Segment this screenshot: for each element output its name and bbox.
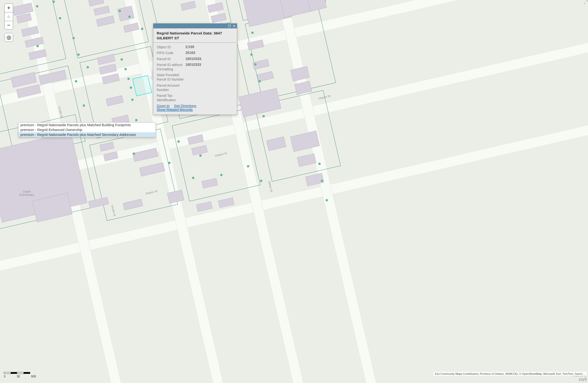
address-point: [83, 104, 85, 107]
popup-val: [185, 73, 233, 81]
address-point: [177, 140, 180, 143]
address-point: [133, 153, 135, 155]
address-point: [251, 32, 254, 34]
address-point: [326, 199, 328, 201]
popup-key: Parcel ID without Formatting: [157, 63, 185, 71]
street-label: Gilbert St: [268, 181, 273, 192]
address-point: [220, 174, 223, 176]
popup-links: Zoom to Get Directions Show Related Reco…: [157, 103, 233, 112]
layer-item[interactable]: premium - Regrid Nationwide Parcels plus…: [19, 132, 155, 137]
school-label: Logan Elementary: [20, 190, 34, 197]
locate-button[interactable]: ◎: [4, 33, 13, 42]
address-point: [141, 28, 143, 30]
address-point: [52, 0, 55, 3]
popup-val: 18010333.: [185, 57, 233, 61]
address-point: [260, 180, 262, 182]
address-point: [72, 37, 75, 39]
address-point: [262, 115, 265, 117]
get-directions-link[interactable]: Get Directions: [174, 104, 196, 108]
address-point: [59, 17, 61, 19]
popup-row: FIPS Code 26163: [157, 50, 233, 56]
address-point: [258, 80, 261, 82]
address-point: [168, 162, 170, 164]
address-point: [127, 78, 130, 80]
popup-body: Object ID 3,539 FIPS Code 26163 Parcel I…: [153, 44, 237, 115]
popup-header[interactable]: ❐ ✕: [153, 23, 237, 28]
popup-key: FIPS Code: [157, 51, 185, 55]
popup-title: Regrid Nationwide Parcel Data: 3847 GILB…: [153, 28, 237, 43]
popup-row: Parcel ID without Formatting 18010333: [157, 62, 233, 72]
popup-row: Object ID 3,539: [157, 44, 233, 50]
address-point: [318, 163, 321, 165]
scale-tick: 30: [17, 375, 20, 378]
popup-row: Parcel Account Number: [157, 82, 233, 93]
popup-pointer: [150, 75, 153, 80]
address-point: [121, 58, 123, 61]
expand-icon[interactable]: [584, 0, 588, 4]
scale-tick: 0: [4, 375, 6, 378]
address-point: [250, 53, 253, 56]
maximize-icon[interactable]: ❐: [228, 24, 231, 28]
map-canvas[interactable]: Cicotte St Cicotte St Clayton St Clayton…: [0, 0, 588, 383]
address-point: [128, 16, 131, 18]
popup-row: State Provided Parcel ID Number: [157, 72, 233, 82]
address-point: [254, 63, 257, 66]
address-point: [131, 98, 134, 101]
address-point: [36, 5, 38, 7]
address-point: [86, 66, 89, 68]
address-point: [130, 86, 132, 89]
map-attribution: Esri Community Maps Contributors, Provin…: [434, 372, 587, 376]
address-point: [192, 177, 194, 179]
building-footprint: [218, 197, 234, 208]
address-point: [37, 45, 39, 47]
home-button[interactable]: ⌂: [4, 12, 13, 21]
address-point: [75, 80, 77, 82]
school-name-line2: Elementary: [20, 193, 34, 197]
close-icon[interactable]: ✕: [233, 24, 235, 28]
popup-val: [185, 83, 233, 92]
popup-val: 26163: [185, 51, 233, 55]
zoom-out-button[interactable]: −: [4, 21, 13, 30]
layer-item[interactable]: premium - Regrid Nationwide Parcels plus…: [19, 123, 155, 127]
address-point: [247, 165, 249, 168]
popup-key: Parcel ID: [157, 57, 185, 61]
popup-val: 3,539: [185, 45, 233, 49]
address-point: [125, 68, 127, 70]
popup-key: Parcel Account Number: [157, 83, 185, 92]
popup-val: 18010333: [185, 63, 233, 71]
scale-tick: 60ft: [31, 375, 36, 378]
layer-list: premium - Regrid Nationwide Parcels plus…: [18, 122, 156, 137]
show-related-records-link[interactable]: Show Related Records: [157, 108, 193, 112]
zoom-in-button[interactable]: +: [4, 3, 13, 12]
popup-row: Parcel ID 18010333.: [157, 56, 233, 62]
building-footprint: [307, 0, 327, 11]
zoom-to-link[interactable]: Zoom to: [157, 104, 169, 108]
popup-row: Parcel Tax Identification: [157, 93, 233, 103]
esri-logo: esri: [579, 376, 587, 383]
layer-item[interactable]: premium - Regrid Enhanced Ownership: [19, 127, 155, 132]
popup-val: [185, 94, 233, 102]
school-name-line1: Logan: [23, 190, 31, 193]
feature-popup: ❐ ✕ Regrid Nationwide Parcel Data: 3847 …: [153, 23, 237, 115]
address-point: [199, 154, 202, 157]
popup-key: Object ID: [157, 45, 185, 49]
address-point: [321, 180, 323, 182]
address-point: [135, 119, 138, 121]
address-point: [119, 10, 121, 12]
map-controls: + ⌂ − ◎: [4, 3, 13, 43]
popup-key: Parcel Tax Identification: [157, 94, 185, 102]
address-point: [77, 53, 80, 56]
popup-key: State Provided Parcel ID Number: [157, 73, 185, 81]
scale-bar: 0 30 60ft: [4, 372, 36, 378]
building-footprint: [196, 201, 212, 212]
